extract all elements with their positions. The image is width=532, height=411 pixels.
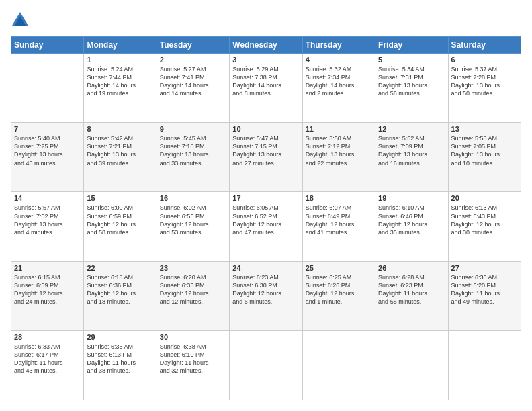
week-row-1: 1Sunrise: 5:24 AMSunset: 7:44 PMDaylight… xyxy=(11,54,521,123)
calendar-cell: 3Sunrise: 5:29 AMSunset: 7:38 PMDaylight… xyxy=(230,54,302,123)
day-number: 12 xyxy=(378,125,445,133)
day-number: 24 xyxy=(232,264,299,272)
calendar-cell: 30Sunrise: 6:38 AMSunset: 6:10 PMDayligh… xyxy=(157,330,229,400)
calendar-cell: 9Sunrise: 5:45 AMSunset: 7:18 PMDaylight… xyxy=(157,123,229,192)
cell-info: Sunrise: 5:29 AMSunset: 7:38 PMDaylight:… xyxy=(232,65,299,98)
calendar-header-row: SundayMondayTuesdayWednesdayThursdayFrid… xyxy=(11,37,521,54)
calendar-cell: 25Sunrise: 6:25 AMSunset: 6:26 PMDayligh… xyxy=(302,261,375,330)
day-number: 2 xyxy=(160,56,226,64)
logo xyxy=(11,11,32,30)
cell-info: Sunrise: 6:13 AMSunset: 6:43 PMDaylight:… xyxy=(451,203,518,236)
day-number: 26 xyxy=(378,264,445,272)
day-number: 23 xyxy=(160,264,226,272)
calendar-cell: 2Sunrise: 5:27 AMSunset: 7:41 PMDaylight… xyxy=(157,54,229,123)
day-number: 3 xyxy=(232,56,299,64)
day-number: 29 xyxy=(87,333,153,341)
cell-info: Sunrise: 5:47 AMSunset: 7:15 PMDaylight:… xyxy=(232,134,299,167)
cell-info: Sunrise: 6:35 AMSunset: 6:13 PMDaylight:… xyxy=(87,342,153,375)
col-header-friday: Friday xyxy=(375,37,448,54)
day-number: 15 xyxy=(87,194,153,202)
cell-info: Sunrise: 5:40 AMSunset: 7:25 PMDaylight:… xyxy=(14,134,81,167)
cell-info: Sunrise: 5:42 AMSunset: 7:21 PMDaylight:… xyxy=(87,134,153,167)
day-number: 4 xyxy=(306,56,372,64)
cell-info: Sunrise: 6:28 AMSunset: 6:23 PMDaylight:… xyxy=(378,273,445,306)
day-number: 20 xyxy=(451,194,518,202)
day-number: 17 xyxy=(232,194,299,202)
calendar-cell: 11Sunrise: 5:50 AMSunset: 7:12 PMDayligh… xyxy=(302,123,375,192)
calendar-cell: 18Sunrise: 6:07 AMSunset: 6:49 PMDayligh… xyxy=(302,192,375,261)
cell-info: Sunrise: 6:38 AMSunset: 6:10 PMDaylight:… xyxy=(160,342,226,375)
cell-info: Sunrise: 6:23 AMSunset: 6:30 PMDaylight:… xyxy=(232,273,299,306)
calendar-cell: 24Sunrise: 6:23 AMSunset: 6:30 PMDayligh… xyxy=(230,261,302,330)
page: SundayMondayTuesdayWednesdayThursdayFrid… xyxy=(0,0,532,411)
cell-info: Sunrise: 6:25 AMSunset: 6:26 PMDaylight:… xyxy=(306,273,372,306)
day-number: 28 xyxy=(14,333,81,341)
day-number: 27 xyxy=(451,264,518,272)
day-number: 25 xyxy=(306,264,372,272)
cell-info: Sunrise: 5:37 AMSunset: 7:28 PMDaylight:… xyxy=(451,65,518,98)
day-number: 16 xyxy=(160,194,226,202)
calendar-cell: 23Sunrise: 6:20 AMSunset: 6:33 PMDayligh… xyxy=(157,261,229,330)
calendar-cell: 16Sunrise: 6:02 AMSunset: 6:56 PMDayligh… xyxy=(157,192,229,261)
calendar-cell: 7Sunrise: 5:40 AMSunset: 7:25 PMDaylight… xyxy=(11,123,84,192)
cell-info: Sunrise: 6:05 AMSunset: 6:52 PMDaylight:… xyxy=(232,203,299,236)
calendar-cell: 15Sunrise: 6:00 AMSunset: 6:59 PMDayligh… xyxy=(84,192,157,261)
calendar-cell: 6Sunrise: 5:37 AMSunset: 7:28 PMDaylight… xyxy=(448,54,521,123)
calendar-cell: 27Sunrise: 6:30 AMSunset: 6:20 PMDayligh… xyxy=(448,261,521,330)
day-number: 5 xyxy=(378,56,445,64)
calendar-cell: 4Sunrise: 5:32 AMSunset: 7:34 PMDaylight… xyxy=(302,54,375,123)
calendar-cell xyxy=(11,54,84,123)
cell-info: Sunrise: 5:50 AMSunset: 7:12 PMDaylight:… xyxy=(306,134,372,167)
cell-info: Sunrise: 6:30 AMSunset: 6:20 PMDaylight:… xyxy=(451,273,518,306)
day-number: 22 xyxy=(87,264,153,272)
calendar-cell: 1Sunrise: 5:24 AMSunset: 7:44 PMDaylight… xyxy=(84,54,157,123)
calendar-cell: 14Sunrise: 5:57 AMSunset: 7:02 PMDayligh… xyxy=(11,192,84,261)
cell-info: Sunrise: 5:32 AMSunset: 7:34 PMDaylight:… xyxy=(306,65,372,98)
cell-info: Sunrise: 6:20 AMSunset: 6:33 PMDaylight:… xyxy=(160,273,226,306)
day-number: 30 xyxy=(160,333,226,341)
cell-info: Sunrise: 6:33 AMSunset: 6:17 PMDaylight:… xyxy=(14,342,81,375)
calendar-cell: 17Sunrise: 6:05 AMSunset: 6:52 PMDayligh… xyxy=(230,192,302,261)
calendar-cell: 5Sunrise: 5:34 AMSunset: 7:31 PMDaylight… xyxy=(375,54,448,123)
day-number: 9 xyxy=(160,125,226,133)
col-header-sunday: Sunday xyxy=(11,37,84,54)
day-number: 8 xyxy=(87,125,153,133)
cell-info: Sunrise: 5:27 AMSunset: 7:41 PMDaylight:… xyxy=(160,65,226,98)
calendar-cell: 12Sunrise: 5:52 AMSunset: 7:09 PMDayligh… xyxy=(375,123,448,192)
logo-icon xyxy=(11,11,30,30)
cell-info: Sunrise: 6:18 AMSunset: 6:36 PMDaylight:… xyxy=(87,273,153,306)
calendar-cell xyxy=(448,330,521,400)
header xyxy=(11,11,521,30)
calendar-cell xyxy=(302,330,375,400)
day-number: 11 xyxy=(306,125,372,133)
calendar-cell: 13Sunrise: 5:55 AMSunset: 7:05 PMDayligh… xyxy=(448,123,521,192)
cell-info: Sunrise: 5:52 AMSunset: 7:09 PMDaylight:… xyxy=(378,134,445,167)
col-header-saturday: Saturday xyxy=(448,37,521,54)
cell-info: Sunrise: 6:10 AMSunset: 6:46 PMDaylight:… xyxy=(378,203,445,236)
calendar-cell xyxy=(375,330,448,400)
day-number: 21 xyxy=(14,264,81,272)
cell-info: Sunrise: 6:15 AMSunset: 6:39 PMDaylight:… xyxy=(14,273,81,306)
calendar-cell: 20Sunrise: 6:13 AMSunset: 6:43 PMDayligh… xyxy=(448,192,521,261)
week-row-5: 28Sunrise: 6:33 AMSunset: 6:17 PMDayligh… xyxy=(11,330,521,400)
calendar-cell: 8Sunrise: 5:42 AMSunset: 7:21 PMDaylight… xyxy=(84,123,157,192)
cell-info: Sunrise: 5:34 AMSunset: 7:31 PMDaylight:… xyxy=(378,65,445,98)
col-header-wednesday: Wednesday xyxy=(230,37,302,54)
week-row-4: 21Sunrise: 6:15 AMSunset: 6:39 PMDayligh… xyxy=(11,261,521,330)
col-header-monday: Monday xyxy=(84,37,157,54)
col-header-thursday: Thursday xyxy=(302,37,375,54)
day-number: 1 xyxy=(87,56,153,64)
day-number: 19 xyxy=(378,194,445,202)
calendar-cell: 19Sunrise: 6:10 AMSunset: 6:46 PMDayligh… xyxy=(375,192,448,261)
calendar-cell: 26Sunrise: 6:28 AMSunset: 6:23 PMDayligh… xyxy=(375,261,448,330)
cell-info: Sunrise: 5:57 AMSunset: 7:02 PMDaylight:… xyxy=(14,203,81,236)
cell-info: Sunrise: 5:45 AMSunset: 7:18 PMDaylight:… xyxy=(160,134,226,167)
calendar-cell xyxy=(230,330,302,400)
day-number: 18 xyxy=(306,194,372,202)
cell-info: Sunrise: 6:07 AMSunset: 6:49 PMDaylight:… xyxy=(306,203,372,236)
calendar-cell: 21Sunrise: 6:15 AMSunset: 6:39 PMDayligh… xyxy=(11,261,84,330)
week-row-2: 7Sunrise: 5:40 AMSunset: 7:25 PMDaylight… xyxy=(11,123,521,192)
calendar-cell: 28Sunrise: 6:33 AMSunset: 6:17 PMDayligh… xyxy=(11,330,84,400)
day-number: 13 xyxy=(451,125,518,133)
week-row-3: 14Sunrise: 5:57 AMSunset: 7:02 PMDayligh… xyxy=(11,192,521,261)
